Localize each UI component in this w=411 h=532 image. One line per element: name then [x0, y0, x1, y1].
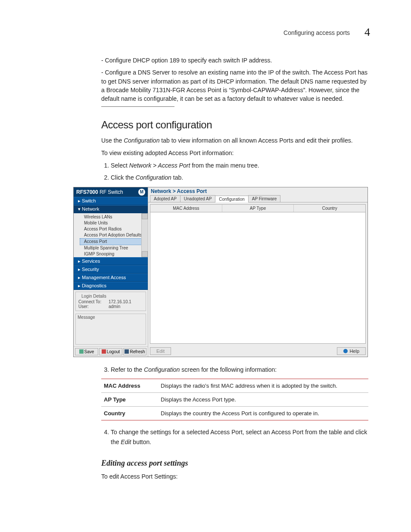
tab[interactable]: Adopted AP — [150, 195, 181, 202]
running-title: Configuring access ports — [283, 29, 350, 36]
step-1: Select Network > Access Port from the ma… — [111, 161, 370, 170]
message-box: Message — [75, 314, 146, 345]
save-icon — [79, 349, 84, 354]
nav-tree: Wireless LANsMobile UnitsAccess Port Rad… — [74, 213, 148, 257]
column-header[interactable]: Country — [294, 205, 365, 212]
intro-line-1: - Configure DHCP option 189 to specify e… — [101, 56, 370, 65]
tree-item[interactable]: Access Port Radios — [80, 226, 145, 232]
app-main: Network > Access Port Adopted APUnadopte… — [148, 187, 367, 357]
nav-scrollbar[interactable] — [141, 213, 148, 257]
steps-top: Select Network > Access Port from the ma… — [101, 161, 370, 183]
nav-label: Switch — [82, 198, 96, 203]
nav-security[interactable]: ▸ Security — [74, 265, 148, 274]
app-screenshot: RFS7000 RF Switch M ▸ Switch ▾ Network W… — [73, 187, 368, 357]
text-em: Configuration — [144, 366, 180, 373]
info-table: MAC AddressDisplays the radio's first MA… — [101, 379, 368, 420]
nav-label: Network — [82, 206, 99, 212]
text: tab. — [171, 174, 183, 181]
text-em: Edit — [121, 439, 131, 445]
message-legend: Message — [78, 315, 95, 320]
view-para: To view existing adopted Access Port inf… — [101, 149, 370, 157]
help-button[interactable]: Help — [337, 347, 366, 355]
table-row: CountryDisplays the country the Access P… — [101, 407, 368, 420]
login-legend: Login Details — [80, 294, 108, 299]
tree-item[interactable]: Access Port — [80, 238, 145, 245]
logout-button[interactable]: Logout — [99, 348, 122, 355]
use-config-para: Use the Configuration tab to view inform… — [101, 136, 370, 145]
text: button. — [131, 439, 151, 445]
table-value: Displays the country the Access Port is … — [158, 407, 368, 420]
motorola-logo-icon: M — [138, 189, 145, 196]
chapter-number: 4 — [364, 26, 370, 38]
refresh-button[interactable]: Refresh — [123, 348, 146, 355]
user-value: admin — [109, 304, 120, 309]
text: screen for the following information: — [180, 366, 277, 373]
tree-item[interactable]: Access Port Adoption Defaults — [80, 232, 145, 238]
grid-body[interactable] — [150, 212, 365, 343]
btn-label: Logout — [107, 349, 120, 354]
text: Select — [111, 162, 129, 169]
edit-button[interactable]: Edit — [150, 347, 171, 355]
grid: MAC AddressAP TypeCountry — [150, 204, 366, 344]
table-row: MAC AddressDisplays the radio's first MA… — [101, 379, 368, 393]
nav-panel: ▸ Switch ▾ Network — [74, 197, 148, 213]
refresh-icon — [125, 349, 129, 354]
text-em: Configuration — [136, 174, 171, 181]
tab[interactable]: Configuration — [215, 196, 248, 202]
nav-network[interactable]: ▾ Network — [74, 205, 148, 213]
nav-panel-lower: ▸ Services ▸ Security ▸ Management Acces… — [74, 257, 148, 290]
tree-item[interactable]: Multiple Spanning Tree — [80, 245, 145, 251]
tree-item[interactable]: Mobile Units — [80, 220, 145, 226]
intro-line-2: - Configure a DNS Server to resolve an e… — [101, 68, 370, 103]
column-header[interactable]: AP Type — [222, 205, 294, 212]
steps-bottom-2: To change the settings for a selected Ac… — [101, 427, 370, 447]
text: Click the — [111, 174, 136, 181]
nav-label: Management Access — [82, 275, 126, 280]
nav-services[interactable]: ▸ Services — [74, 257, 148, 265]
column-header[interactable]: MAC Address — [150, 205, 222, 212]
text: tab to view information on all known Acc… — [159, 137, 352, 144]
text-em: Configuration — [124, 137, 159, 144]
tab[interactable]: Unadopted AP — [180, 195, 216, 202]
text: Use the — [101, 137, 124, 144]
btn-label: Refresh — [130, 349, 145, 354]
logout-icon — [102, 349, 106, 354]
main-buttons: Edit Help — [148, 345, 367, 357]
table-key: MAC Address — [101, 379, 158, 393]
app-title-bar: RFS7000 RF Switch M — [74, 187, 148, 197]
sidebar-buttons: Save Logout Refresh — [74, 346, 148, 357]
help-icon — [343, 349, 348, 353]
table-key: AP Type — [101, 393, 158, 407]
btn-label: Save — [84, 349, 94, 354]
connect-label: Connect To: — [78, 299, 105, 304]
scroll-down-icon[interactable] — [142, 251, 148, 257]
scroll-up-icon[interactable] — [142, 213, 148, 219]
tree-item[interactable]: IGMP Snooping — [80, 251, 145, 257]
subsection-lead: To edit Access Port Settings: — [101, 472, 370, 481]
save-button[interactable]: Save — [75, 348, 98, 355]
nav-diagnostics[interactable]: ▸ Diagnostics — [74, 282, 148, 290]
connect-value: 172.16.10.1 — [109, 299, 131, 304]
tab[interactable]: AP Firmware — [248, 195, 281, 202]
app-title: RFS7000 RF Switch — [76, 189, 123, 195]
text: from the main menu tree. — [190, 162, 259, 169]
tree-item[interactable]: Wireless LANs — [80, 214, 145, 220]
text: Refer to the — [111, 366, 144, 373]
nav-management-access[interactable]: ▸ Management Access — [74, 274, 148, 282]
divider — [101, 106, 174, 107]
login-details: Login Details Connect To:172.16.10.1 Use… — [75, 292, 146, 311]
section-title: Access port configuration — [101, 119, 370, 131]
breadcrumb: Network > Access Port — [148, 187, 367, 195]
table-row: AP TypeDisplays the Access Port type. — [101, 393, 368, 407]
btn-label: Edit — [156, 348, 165, 354]
user-label: User: — [78, 304, 105, 309]
running-header: Configuring access ports 4 — [45, 26, 370, 39]
nav-switch[interactable]: ▸ Switch — [74, 197, 148, 205]
grid-header: MAC AddressAP TypeCountry — [150, 205, 365, 212]
table-value: Displays the radio's first MAC address w… — [158, 379, 368, 393]
step-3: Refer to the Configuration screen for th… — [111, 365, 370, 374]
app-title-suffix: RF Switch — [98, 189, 123, 195]
tabs: Adopted APUnadopted APConfigurationAP Fi… — [148, 195, 367, 202]
nav-label: Services — [82, 258, 100, 264]
steps-bottom: Refer to the Configuration screen for th… — [101, 365, 370, 374]
